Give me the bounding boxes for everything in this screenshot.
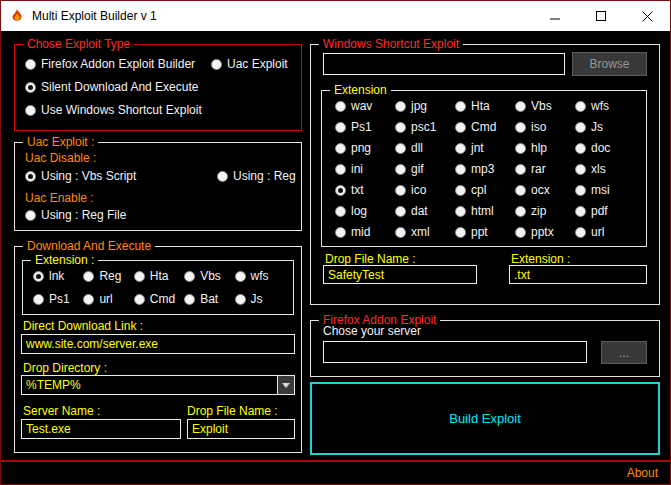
- uac-enable-options: Using : Reg File: [25, 208, 126, 222]
- radio-label: Use Windows Shortcut Exploit: [41, 103, 202, 117]
- radio-option-hlp[interactable]: hlp: [515, 141, 575, 155]
- radio-option-ps1[interactable]: Ps1: [335, 120, 395, 134]
- radio-option-pdf[interactable]: pdf: [575, 204, 635, 218]
- radio-label: Vbs: [531, 99, 552, 113]
- radio-option-log[interactable]: log: [335, 204, 395, 218]
- radio-option-wfs[interactable]: wfs: [575, 99, 635, 113]
- radio-option-psc1[interactable]: psc1: [395, 120, 455, 134]
- drop-file-name-input[interactable]: [187, 419, 295, 439]
- radio-option-js[interactable]: Js: [575, 120, 635, 134]
- radio-option-zip[interactable]: zip: [515, 204, 575, 218]
- radio-option-wfs[interactable]: wfs: [235, 269, 285, 283]
- radio-option-using-reg-file[interactable]: Using : Reg File: [25, 208, 126, 222]
- maximize-button[interactable]: [578, 1, 624, 31]
- radio-option-ico[interactable]: ico: [395, 183, 455, 197]
- radio-icon: [455, 164, 466, 175]
- radio-label: xls: [591, 162, 606, 176]
- server-name-input[interactable]: [21, 419, 181, 439]
- close-button[interactable]: [624, 1, 670, 31]
- radio-label: wfs: [591, 99, 609, 113]
- radio-option-gif[interactable]: gif: [395, 162, 455, 176]
- radio-icon: [395, 185, 406, 196]
- radio-icon: [515, 206, 526, 217]
- radio-option-js[interactable]: Js: [235, 292, 285, 306]
- radio-option-cpl[interactable]: cpl: [455, 183, 515, 197]
- radio-icon: [335, 164, 346, 175]
- radio-icon: [455, 101, 466, 112]
- radio-option-rar[interactable]: rar: [515, 162, 575, 176]
- shortcut-extension-options: wavjpgHtaVbswfsPs1psc1CmdisoJspngdlljnth…: [335, 99, 635, 239]
- radio-option-silent-download-and-execute[interactable]: Silent Download And Execute: [25, 80, 291, 94]
- radio-option-vbs[interactable]: Vbs: [184, 269, 234, 283]
- radio-option-reg[interactable]: Reg: [83, 269, 133, 283]
- radio-icon: [575, 227, 586, 238]
- radio-icon: [335, 101, 346, 112]
- radio-label: Ps1: [351, 120, 372, 134]
- radio-option-mid[interactable]: mid: [335, 225, 395, 239]
- ellipsis-browse-button[interactable]: ...: [601, 341, 647, 364]
- drop-directory-select[interactable]: %TEMP%: [21, 375, 295, 395]
- bottom-divider: [1, 460, 670, 462]
- build-exploit-button[interactable]: Build Exploit: [310, 382, 660, 455]
- radio-option-doc[interactable]: doc: [575, 141, 635, 155]
- radio-option-ps1[interactable]: Ps1: [33, 292, 83, 306]
- radio-icon: [235, 271, 246, 282]
- radio-option-bat[interactable]: Bat: [184, 292, 234, 306]
- radio-label: rar: [531, 162, 546, 176]
- radio-option-jnt[interactable]: jnt: [455, 141, 515, 155]
- radio-option-lnk[interactable]: lnk: [33, 269, 83, 283]
- radio-icon: [515, 185, 526, 196]
- radio-option-html[interactable]: html: [455, 204, 515, 218]
- direct-download-link-input[interactable]: [21, 334, 295, 354]
- radio-option-png[interactable]: png: [335, 141, 395, 155]
- radio-option-hta[interactable]: Hta: [134, 269, 184, 283]
- radio-option-msi[interactable]: msi: [575, 183, 635, 197]
- radio-option-pptx[interactable]: pptx: [515, 225, 575, 239]
- radio-option-wav[interactable]: wav: [335, 99, 395, 113]
- radio-option-vbs[interactable]: Vbs: [515, 99, 575, 113]
- radio-label: ico: [411, 183, 426, 197]
- radio-option-iso[interactable]: iso: [515, 120, 575, 134]
- radio-option-cmd[interactable]: Cmd: [455, 120, 515, 134]
- radio-option-jpg[interactable]: jpg: [395, 99, 455, 113]
- radio-label: psc1: [411, 120, 436, 134]
- browse-button[interactable]: Browse: [572, 52, 647, 76]
- radio-option-dll[interactable]: dll: [395, 141, 455, 155]
- radio-label: Reg: [99, 269, 121, 283]
- radio-option-txt[interactable]: txt: [335, 183, 395, 197]
- radio-label: Cmd: [471, 120, 496, 134]
- titlebar[interactable]: Multi Exploit Builder v 1: [1, 1, 670, 31]
- radio-option-ini[interactable]: ini: [335, 162, 395, 176]
- radio-option-url[interactable]: url: [575, 225, 635, 239]
- about-link[interactable]: About: [627, 466, 658, 480]
- firefox-server-input[interactable]: [323, 341, 587, 363]
- radio-option-ocx[interactable]: ocx: [515, 183, 575, 197]
- drop-directory-label: Drop Directory :: [23, 361, 107, 375]
- radio-icon: [455, 206, 466, 217]
- radio-label: jpg: [411, 99, 427, 113]
- shortcut-extension-input[interactable]: [509, 265, 647, 284]
- radio-option-hta[interactable]: Hta: [455, 99, 515, 113]
- radio-option-uac-exploit[interactable]: Uac Exploit: [211, 57, 291, 71]
- radio-label: Using : Vbs Script: [41, 169, 136, 183]
- group-title-shortcut-extension: Extension: [330, 83, 391, 97]
- radio-option-xml[interactable]: xml: [395, 225, 455, 239]
- shortcut-file-path-input[interactable]: [323, 53, 565, 75]
- radio-label: wfs: [251, 269, 269, 283]
- radio-option-using-reg[interactable]: Using : Reg: [217, 169, 296, 183]
- radio-option-ppt[interactable]: ppt: [455, 225, 515, 239]
- radio-option-dat[interactable]: dat: [395, 204, 455, 218]
- radio-icon: [395, 143, 406, 154]
- shortcut-drop-file-name-input[interactable]: [323, 265, 477, 284]
- radio-option-firefox-addon-exploit-builder[interactable]: Firefox Addon Exploit Builder: [25, 57, 211, 71]
- dropdown-arrow-icon[interactable]: [277, 376, 294, 394]
- radio-option-xls[interactable]: xls: [575, 162, 635, 176]
- radio-option-cmd[interactable]: Cmd: [134, 292, 184, 306]
- radio-option-using-vbs-script[interactable]: Using : Vbs Script: [25, 169, 217, 183]
- radio-option-url[interactable]: url: [83, 292, 133, 306]
- radio-label: Bat: [200, 292, 218, 306]
- radio-label: log: [351, 204, 367, 218]
- radio-option-mp3[interactable]: mp3: [455, 162, 515, 176]
- radio-option-use-windows-shortcut-exploit[interactable]: Use Windows Shortcut Exploit: [25, 103, 291, 117]
- minimize-button[interactable]: [532, 1, 578, 31]
